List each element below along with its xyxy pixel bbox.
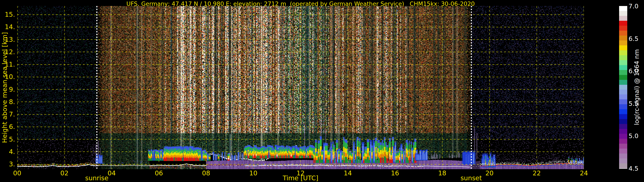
x-tick-label: 06: [150, 169, 168, 177]
colorbar-tick-label: 7.0: [628, 2, 644, 10]
ceilometer-quicklook: UFS, Germany; 47.417 N / 10.980 E; eleva…: [0, 0, 644, 182]
x-tick-label: 08: [198, 169, 215, 177]
y-tick-label: 4.: [0, 148, 16, 156]
y-tick-label: 6.: [0, 123, 16, 131]
y-tick-label: 10.: [0, 73, 16, 81]
y-tick-label: 12.: [0, 48, 16, 56]
lidar-heatmap-canvas: [17, 6, 584, 169]
x-tick-label: 24: [575, 169, 592, 177]
colorbar: [619, 6, 627, 169]
x-tick-label: 10: [245, 169, 262, 177]
y-tick-label: 13.: [0, 36, 16, 44]
y-tick-label: 9.: [0, 86, 16, 93]
y-tick-label: 5.: [0, 135, 16, 143]
y-tick-label: 7.: [0, 110, 16, 118]
x-tick-label: 18: [434, 169, 451, 177]
colorbar-tick-label: 5.5: [628, 100, 644, 107]
x-tick-label: 14: [339, 169, 356, 177]
colorbar-tick-label: 5.0: [628, 132, 644, 140]
x-tick-label: 00: [8, 169, 26, 177]
x-tick-label: 16: [386, 169, 404, 177]
x-tick-label: 02: [56, 169, 73, 177]
x-tick-label: 12: [292, 169, 309, 177]
x-tick-label: 20: [481, 169, 498, 177]
colorbar-tick-label: 4.5: [628, 165, 644, 172]
y-tick-label: 3.: [0, 160, 16, 168]
x-tick-label: 04: [103, 169, 120, 177]
colorbar-label: log(rc-signal) @ 1064 nm: [633, 6, 640, 168]
y-tick-label: 14.: [0, 23, 16, 31]
y-tick-label: 15.: [0, 10, 16, 19]
colorbar-tick-label: 6.5: [628, 35, 644, 42]
x-tick-label: 22: [528, 169, 545, 177]
colorbar-tick-label: 6.0: [628, 68, 644, 75]
y-tick-label: 11.: [0, 60, 16, 69]
y-tick-label: 8.: [0, 98, 16, 106]
